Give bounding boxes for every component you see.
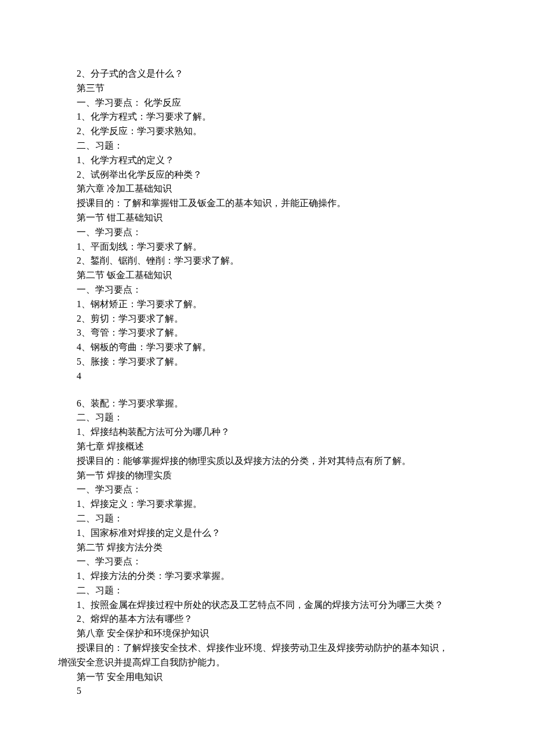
text-line: 二、习题： xyxy=(58,411,476,425)
text-line: 5 xyxy=(58,684,476,699)
text-line: 第二节 钣金工基础知识 xyxy=(58,268,476,283)
text-line: 5、胀接：学习要求了解。 xyxy=(58,355,476,369)
text-line: 第七章 焊接概述 xyxy=(58,440,476,454)
text-line: 授课目的：了解焊接安全技术、焊接作业环境、焊接劳动卫生及焊接劳动防护的基本知识， xyxy=(58,641,476,656)
text-line: 1、焊接结构装配方法可分为哪几种？ xyxy=(58,425,476,440)
document-body: 2、分子式的含义是什么？第三节一、学习要点： 化学反应1、化学方程式：学习要求了… xyxy=(58,67,476,699)
text-line: 二、习题： xyxy=(58,584,476,598)
text-line: 2、熔焊的基本方法有哪些？ xyxy=(58,612,476,627)
text-line: 1、国家标准对焊接的定义是什么？ xyxy=(58,526,476,541)
text-line: 一、学习要点： xyxy=(58,225,476,240)
text-line-continuation: 增强安全意识并提高焊工自我防护能力。 xyxy=(58,656,476,670)
text-line: 第八章 安全保护和环境保护知识 xyxy=(58,627,476,641)
text-line: 2、化学反应：学习要求熟知。 xyxy=(58,124,476,139)
text-line: 二、习题： xyxy=(58,512,476,526)
text-line: 4、钢板的弯曲：学习要求了解。 xyxy=(58,340,476,355)
text-line: 一、学习要点： xyxy=(58,483,476,497)
text-line: 4 xyxy=(58,369,476,384)
blank-line xyxy=(58,384,476,397)
text-line: 一、学习要点： xyxy=(58,555,476,569)
text-line: 二、习题： xyxy=(58,139,476,153)
text-line: 2、分子式的含义是什么？ xyxy=(58,67,476,81)
text-line: 6、装配：学习要求掌握。 xyxy=(58,397,476,411)
text-line: 第一节 安全用电知识 xyxy=(58,670,476,685)
text-line: 第六章 冷加工基础知识 xyxy=(58,182,476,196)
text-line: 1、焊接方法的分类：学习要求掌握。 xyxy=(58,569,476,584)
text-line: 1、焊接定义：学习要求掌握。 xyxy=(58,497,476,512)
document-page: 2、分子式的含义是什么？第三节一、学习要点： 化学反应1、化学方程式：学习要求了… xyxy=(0,0,534,756)
text-line: 2、剪切：学习要求了解。 xyxy=(58,312,476,326)
text-line: 1、按照金属在焊接过程中所处的状态及工艺特点不同，金属的焊接方法可分为哪三大类？ xyxy=(58,598,476,613)
text-line: 授课目的：了解和掌握钳工及钣金工的基本知识，并能正确操作。 xyxy=(58,196,476,211)
text-line: 一、学习要点： 化学反应 xyxy=(58,96,476,110)
text-line: 第三节 xyxy=(58,81,476,96)
text-line: 一、学习要点： xyxy=(58,283,476,297)
text-line: 3、弯管：学习要求了解。 xyxy=(58,326,476,340)
text-line: 第二节 焊接方法分类 xyxy=(58,541,476,555)
text-line: 授课目的：能够掌握焊接的物理实质以及焊接方法的分类，并对其特点有所了解。 xyxy=(58,454,476,469)
text-line: 2、錾削、锯削、锉削：学习要求了解。 xyxy=(58,254,476,268)
text-line: 第一节 钳工基础知识 xyxy=(58,211,476,225)
text-line: 2、试例举出化学反应的种类？ xyxy=(58,168,476,182)
text-line: 1、平面划线：学习要求了解。 xyxy=(58,240,476,254)
text-line: 1、化学方程式的定义？ xyxy=(58,153,476,168)
text-line: 1、化学方程式：学习要求了解。 xyxy=(58,110,476,124)
text-line: 1、钢材矫正：学习要求了解。 xyxy=(58,297,476,312)
text-line: 第一节 焊接的物理实质 xyxy=(58,469,476,483)
